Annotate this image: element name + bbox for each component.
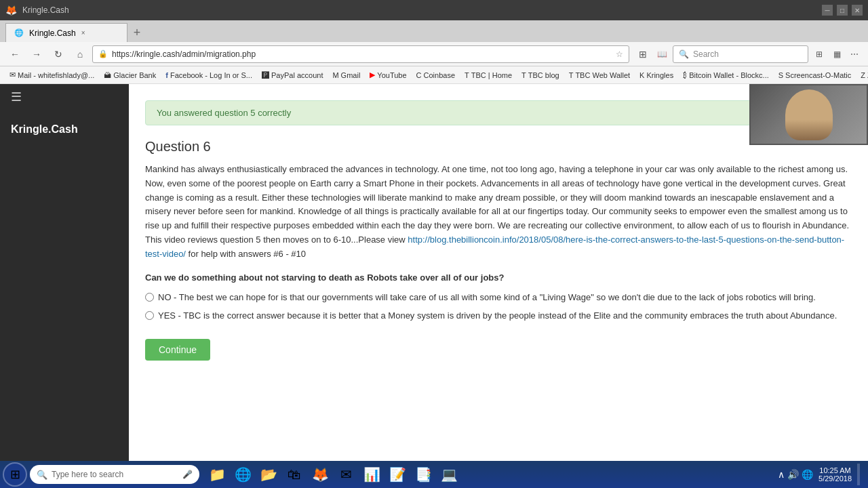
- bookmark-tbc-home[interactable]: T TBC | Home: [460, 70, 516, 81]
- sidebar-panel-button[interactable]: ▦: [829, 46, 845, 62]
- sidebar-menu-icon[interactable]: ☰: [0, 84, 129, 110]
- ssl-lock-icon: 🔒: [98, 49, 108, 58]
- bookmark-youtube[interactable]: ▶ YouTube: [366, 69, 410, 81]
- forward-button[interactable]: →: [27, 45, 46, 64]
- word-icon: 📝: [389, 466, 406, 483]
- edge-icon: 🌐: [235, 466, 252, 483]
- browser-icon: 🦊: [5, 5, 17, 16]
- bookmark-glacier[interactable]: 🏔 Glacier Bank: [100, 70, 160, 81]
- title-bar: 🦊 Kringle.Cash ─ □ ✕: [0, 0, 868, 20]
- store-icon: 🛍: [288, 467, 301, 483]
- windows-icon: ⊞: [10, 467, 20, 482]
- search-bar[interactable]: 🔍 Search: [673, 45, 808, 63]
- bookmark-screencast-label: Screencast-O-Matic: [785, 71, 851, 79]
- bookmark-paypal[interactable]: 🅿 PayPal account: [258, 70, 327, 81]
- screencast-bookmark-icon: S: [778, 71, 783, 79]
- show-desktop-button[interactable]: [857, 464, 860, 485]
- radio-yes[interactable]: [145, 311, 154, 320]
- start-button[interactable]: ⊞: [3, 462, 27, 487]
- home-button[interactable]: ⌂: [71, 45, 90, 64]
- powerpoint-icon: 📑: [415, 466, 432, 483]
- continue-button[interactable]: Continue: [145, 339, 210, 361]
- mail-bookmark-icon: ✉: [9, 70, 16, 79]
- radio-option-yes: YES - TBC is the correct answer because …: [145, 309, 852, 323]
- radio-yes-label: YES - TBC is the correct answer because …: [158, 309, 837, 323]
- taskbar-app-edge[interactable]: 🌐: [231, 462, 255, 487]
- radio-no[interactable]: [145, 293, 154, 302]
- bookmark-zoom[interactable]: Z Zoom: [856, 70, 868, 81]
- taskbar-app-firefox[interactable]: 🦊: [308, 462, 332, 487]
- taskbar-apps: 📁 🌐 📂 🛍 🦊 ✉ 📊 📝 📑 💻: [205, 462, 461, 487]
- success-message: You answered question 5 correctly: [157, 108, 291, 118]
- reading-mode-button[interactable]: 📖: [654, 46, 670, 62]
- bookmark-coinbase-label: Coinbase: [424, 71, 455, 79]
- misc-app-icon: 💻: [441, 466, 458, 483]
- search-icon: 🔍: [679, 49, 689, 59]
- tab-favicon: 🌐: [14, 28, 24, 37]
- refresh-button[interactable]: ↻: [49, 45, 68, 64]
- tray-up-arrow-icon[interactable]: ∧: [778, 469, 785, 480]
- bookmark-tbc-wallet[interactable]: T TBC Web Wallet: [565, 70, 634, 81]
- address-bar[interactable]: 🔒 https://kringle.cash/admin/migration.p…: [92, 45, 629, 63]
- taskbar-tray-icons: ∧ 🔊 🌐: [778, 469, 813, 480]
- facebook-bookmark-icon: f: [165, 71, 168, 79]
- back-button[interactable]: ←: [5, 45, 24, 64]
- collections-button[interactable]: ⊞: [635, 46, 651, 62]
- taskbar-app-store[interactable]: 🛍: [282, 462, 307, 487]
- taskbar: ⊞ 🔍 Type here to search 🎤 📁 🌐 📂 🛍 🦊 ✉ 📊 …: [0, 461, 868, 488]
- tab-bar: 🌐 Kringle.Cash × +: [0, 20, 868, 42]
- taskbar-right: ∧ 🔊 🌐 10:25 AM 5/29/2018: [778, 464, 865, 485]
- active-tab[interactable]: 🌐 Kringle.Cash ×: [5, 23, 127, 42]
- zoom-bookmark-icon: Z: [861, 71, 865, 79]
- bookmark-tbc-blog[interactable]: T TBC blog: [517, 70, 564, 81]
- video-placeholder: [751, 85, 867, 144]
- gmail-bookmark-icon: M: [332, 71, 338, 79]
- taskbar-search-box[interactable]: 🔍 Type here to search 🎤: [30, 465, 199, 484]
- taskbar-clock: 10:25 AM 5/29/2018: [818, 466, 852, 483]
- email-icon: ✉: [340, 466, 352, 483]
- bookmark-tbc-blog-label: TBC blog: [528, 71, 559, 79]
- success-banner: You answered question 5 correctly: [145, 100, 852, 125]
- bitcoin-bookmark-icon: ₿: [683, 71, 687, 79]
- bookmark-mail[interactable]: ✉ Mail - whitefishlady@...: [5, 69, 98, 81]
- page-content: You answered question 5 correctly Questi…: [129, 84, 868, 461]
- sub-question: Can we do something about not starving t…: [145, 272, 852, 283]
- taskbar-app-folder[interactable]: 📂: [256, 462, 281, 487]
- taskbar-app-excel[interactable]: 📊: [359, 462, 384, 487]
- bookmark-facebook[interactable]: f Facebook - Log In or S...: [161, 70, 256, 81]
- taskbar-app-powerpoint[interactable]: 📑: [411, 462, 435, 487]
- microphone-icon: 🎤: [182, 470, 193, 479]
- folder-icon: 📂: [260, 466, 277, 483]
- bookmark-tbc-home-label: TBC | Home: [471, 71, 512, 79]
- minimize-button[interactable]: ─: [822, 5, 833, 16]
- address-bookmark-icon: ☆: [616, 49, 623, 59]
- tray-network-icon[interactable]: 🌐: [802, 469, 813, 480]
- close-button[interactable]: ✕: [852, 5, 863, 16]
- bookmark-bitcoin[interactable]: ₿ Bitcoin Wallet - Blockc...: [679, 70, 773, 81]
- taskbar-app-email[interactable]: ✉: [334, 462, 358, 487]
- radio-no-label: NO - The best we can hope for is that ou…: [158, 291, 816, 304]
- bookmark-facebook-label: Facebook - Log In or S...: [170, 71, 252, 79]
- maximize-button[interactable]: □: [837, 5, 848, 16]
- bookmark-glacier-label: Glacier Bank: [113, 71, 156, 79]
- tray-sound-icon[interactable]: 🔊: [787, 469, 799, 480]
- new-tab-button[interactable]: +: [127, 23, 146, 42]
- tab-label: Kringle.Cash: [29, 28, 76, 38]
- bookmark-gmail[interactable]: M Gmail: [328, 70, 364, 81]
- coinbase-bookmark-icon: C: [416, 71, 422, 79]
- sidebar-title: Kringle.Cash: [0, 110, 129, 149]
- taskbar-app-misc[interactable]: 💻: [437, 462, 461, 487]
- bookmark-coinbase[interactable]: C Coinbase: [412, 70, 459, 81]
- tab-close-button[interactable]: ×: [81, 29, 85, 37]
- bookmark-screencast[interactable]: S Screencast-O-Matic: [774, 70, 856, 81]
- bookmark-kringles[interactable]: K Kringles: [635, 70, 677, 81]
- taskbar-app-file-explorer[interactable]: 📁: [205, 462, 229, 487]
- excel-icon: 📊: [363, 466, 380, 483]
- youtube-bookmark-icon: ▶: [370, 70, 375, 79]
- paypal-bookmark-icon: 🅿: [262, 71, 269, 79]
- bookmark-bitcoin-label: Bitcoin Wallet - Blockc...: [689, 71, 769, 79]
- taskbar-app-word[interactable]: 📝: [385, 462, 410, 487]
- tbc-blog-bookmark-icon: T: [521, 71, 526, 79]
- overflow-button[interactable]: ⋯: [846, 46, 863, 62]
- grid-button[interactable]: ⊞: [811, 46, 827, 62]
